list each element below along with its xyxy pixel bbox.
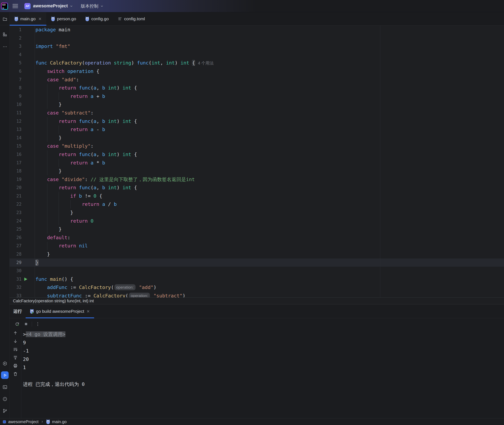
code-line-5[interactable]: 5func CalcFactory(operation string) func…	[10, 59, 504, 67]
code-line-18[interactable]: 18 }	[10, 167, 504, 175]
code-text: return func(a, b int) int {	[35, 184, 504, 192]
toolbar-separator	[32, 322, 32, 326]
code-line-22[interactable]: 22 return a / b	[10, 200, 504, 208]
soft-wrap-button[interactable]	[13, 346, 18, 352]
code-line-20[interactable]: 20 return func(a, b int) int {	[10, 184, 504, 192]
more-options-button[interactable]	[35, 321, 41, 327]
print-button[interactable]	[13, 363, 18, 369]
stop-button[interactable]	[23, 321, 29, 327]
code-line-19[interactable]: 19 case "divide": // 这里是向下取整了，因为函数签名返回是i…	[10, 175, 504, 184]
structure-tool-button[interactable]	[2, 31, 8, 37]
code-line-3[interactable]: 3import "fmt"	[10, 42, 504, 51]
more-tool-windows-button[interactable]	[2, 44, 8, 50]
code-line-24[interactable]: 24 return 0	[10, 217, 504, 225]
prev-occurrence-button[interactable]	[13, 330, 18, 336]
close-icon[interactable]	[38, 17, 42, 21]
code-line-21[interactable]: 21 if b != 0 {	[10, 192, 504, 200]
run-tool-button[interactable]	[1, 371, 9, 379]
code-line-9[interactable]: 9 return a + b	[10, 92, 504, 100]
gutter	[21, 42, 35, 51]
tab-person.go[interactable]: person.go	[46, 12, 81, 25]
code-line-16[interactable]: 16 return func(a, b int) int {	[10, 150, 504, 159]
code-line-7[interactable]: 7 case "add":	[10, 76, 504, 84]
code-text: case "divide": // 这里是向下取整了，因为函数签名返回是int	[35, 175, 504, 184]
run-gutter-icon[interactable]	[23, 277, 28, 282]
chevron-down-icon	[69, 4, 73, 8]
console-line: ><4 go 设置调用>	[23, 330, 504, 339]
line-number: 29	[10, 259, 21, 267]
code-line-10[interactable]: 10 }	[10, 100, 504, 109]
console-prompt: >	[23, 331, 26, 337]
problems-tool-button[interactable]	[2, 396, 8, 402]
soft-wrap-icon	[13, 347, 18, 352]
context-signature: CalcFactory(operation string) func(int, …	[13, 299, 94, 303]
goland-logo-icon[interactable]: GO	[1, 3, 8, 10]
console-output[interactable]: ><4 go 设置调用>9-1201 进程 已完成，退出代码为 0	[21, 330, 504, 418]
tab-main.go[interactable]: main.go	[10, 12, 46, 25]
print-icon	[13, 363, 18, 368]
structure-icon	[2, 32, 7, 37]
line-number: 12	[10, 117, 21, 126]
services-tool-button[interactable]	[2, 360, 8, 366]
status-project-widget[interactable]: awesomeProject	[2, 419, 39, 424]
scroll-to-end-button[interactable]	[13, 355, 18, 360]
code-line-23[interactable]: 23 }	[10, 208, 504, 217]
gutter	[21, 208, 35, 217]
git-tool-button[interactable]	[2, 408, 8, 414]
code-line-6[interactable]: 6 switch operation {	[10, 67, 504, 76]
code-editor[interactable]: 1package main23import "fmt"45func CalcFa…	[10, 26, 504, 297]
project-tool-button[interactable]	[2, 16, 8, 22]
version-control-menu[interactable]: 版本控制	[81, 3, 104, 9]
line-number: 1	[10, 26, 21, 34]
code-text: return a * b	[35, 159, 504, 167]
services-icon	[2, 361, 7, 366]
code-line-32[interactable]: 32 addFunc := CalcFactory(operation: "ad…	[10, 283, 504, 292]
next-occurrence-button[interactable]	[13, 338, 18, 344]
run-config-tab[interactable]: go build awesomeProject	[26, 304, 94, 318]
code-line-28[interactable]: 28 }	[10, 250, 504, 259]
terminal-tool-button[interactable]	[2, 384, 8, 390]
code-line-33[interactable]: 33 subtractFunc := CalcFactory(operation…	[10, 292, 504, 297]
project-selector[interactable]: AP awesomeProject	[24, 3, 73, 9]
code-line-13[interactable]: 13 return a - b	[10, 125, 504, 134]
code-line-8[interactable]: 8 return func(a, b int) int {	[10, 84, 504, 92]
hamburger-menu-icon[interactable]	[13, 4, 18, 8]
code-line-12[interactable]: 12 return func(a, b int) int {	[10, 117, 504, 126]
code-line-27[interactable]: 27 return nil	[10, 242, 504, 250]
code-line-17[interactable]: 17 return a * b	[10, 159, 504, 167]
tab-config.toml[interactable]: config.toml	[113, 12, 150, 25]
code-line-30[interactable]: 30	[10, 267, 504, 275]
code-line-14[interactable]: 14 }	[10, 134, 504, 142]
code-text: return func(a, b int) int {	[35, 84, 504, 92]
line-number: 15	[10, 142, 21, 150]
code-line-25[interactable]: 25 }	[10, 225, 504, 233]
code-line-31[interactable]: 31func main() {	[10, 275, 504, 284]
status-file-widget[interactable]: main.go	[46, 419, 67, 424]
code-text	[35, 34, 504, 42]
code-line-4[interactable]: 4	[10, 51, 504, 59]
gutter	[21, 250, 35, 259]
tab-label: person.go	[57, 16, 76, 21]
close-icon[interactable]	[86, 310, 90, 313]
code-text: package main	[35, 26, 504, 34]
rerun-button[interactable]	[14, 321, 20, 327]
code-line-1[interactable]: 1package main	[10, 26, 504, 34]
code-line-26[interactable]: 26 default:	[10, 233, 504, 242]
code-line-29[interactable]: 29}	[10, 259, 504, 267]
code-line-11[interactable]: 11 case "subtract":	[10, 109, 504, 117]
code-text: return 0	[35, 217, 504, 225]
code-line-2[interactable]: 2	[10, 34, 504, 42]
line-number: 18	[10, 167, 21, 175]
code-line-15[interactable]: 15 case "multiply":	[10, 142, 504, 150]
gutter	[21, 34, 35, 42]
chevron-down-icon	[100, 4, 104, 8]
run-toolbar	[10, 318, 504, 330]
project-name: awesomeProject	[33, 3, 68, 9]
gutter	[21, 159, 35, 167]
go-file-icon	[85, 16, 89, 21]
version-control-label: 版本控制	[81, 3, 98, 9]
tab-config.go[interactable]: config.go	[81, 12, 113, 25]
clear-all-button[interactable]	[13, 371, 18, 377]
gutter	[21, 283, 35, 292]
code-text: }	[35, 225, 504, 233]
